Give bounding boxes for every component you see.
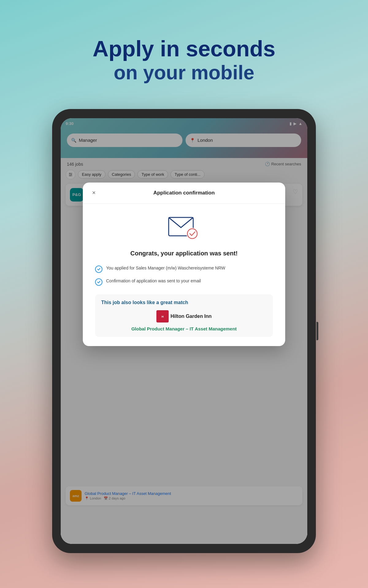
hilton-brand-text: Hilton Garden Inn [171, 314, 212, 319]
congrats-message: Congrats, your application was sent! [95, 249, 273, 258]
svg-text:H: H [162, 315, 164, 318]
check-text-1: You applied for Sales Manager (m/w) Wasc… [106, 265, 225, 271]
check-circle-1 [95, 266, 102, 273]
envelope-icon-wrapper [95, 213, 273, 240]
tablet-side-button [316, 322, 318, 340]
hilton-logo-row: H Hilton Garden Inn [101, 310, 267, 322]
hero-title: Apply in seconds [0, 37, 368, 61]
check-item-2: Confirmation of application was sent to … [95, 278, 273, 286]
check-text-2: Confirmation of application was sent to … [106, 278, 201, 284]
envelope-icon [167, 213, 201, 240]
tablet-screen: 9:30 ▮ ▶ ▲ 🔍 Manager 📍 London [61, 118, 307, 544]
match-job-link[interactable]: Global Product Manager – IT Asset Manage… [101, 326, 267, 331]
modal-close-button[interactable]: × [89, 188, 99, 198]
hero-subtitle: on your mobile [0, 61, 368, 85]
match-section: This job also looks like a great match H [95, 294, 273, 337]
tablet-device: 9:30 ▮ ▶ ▲ 🔍 Manager 📍 London [52, 109, 316, 553]
check-circle-2 [95, 278, 102, 286]
modal-header: × Application confirmation [83, 183, 285, 204]
checklist: You applied for Sales Manager (m/w) Wasc… [95, 265, 273, 286]
hilton-icon: H [156, 310, 169, 322]
match-title: This job also looks like a great match [101, 300, 267, 305]
check-item-1: You applied for Sales Manager (m/w) Wasc… [95, 265, 273, 273]
modal-overlay: × Application confirmation [61, 118, 307, 544]
hilton-logo: H Hilton Garden Inn [156, 310, 212, 322]
application-confirmation-modal: × Application confirmation [83, 183, 285, 346]
modal-body: Congrats, your application was sent! You… [83, 204, 285, 346]
svg-point-7 [187, 228, 198, 239]
modal-title: Application confirmation [99, 190, 269, 196]
